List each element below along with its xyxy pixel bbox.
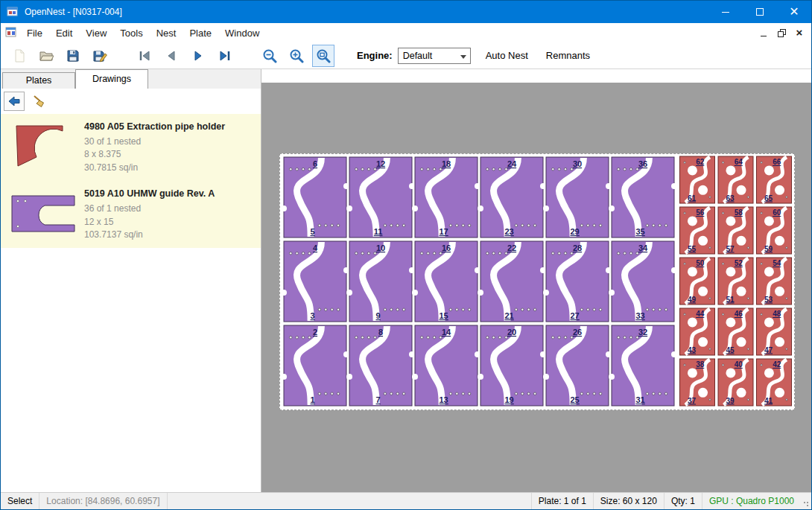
purple-part-pair[interactable]: 3635 (609, 157, 677, 238)
save-as-button[interactable] (89, 45, 111, 67)
nest-canvas[interactable]: 6512111817242330293635431091615222128273… (261, 69, 811, 492)
purple-part-pair[interactable]: 2019 (478, 325, 546, 406)
nest-plate-svg[interactable]: 6512111817242330293635431091615222128273… (280, 154, 794, 409)
status-gpu: GPU : Quadro P1000 (702, 493, 801, 509)
menu-edit[interactable]: Edit (49, 25, 79, 42)
purple-part-pair[interactable]: 3433 (609, 241, 677, 322)
red-part-pair[interactable]: 6463 (718, 156, 753, 203)
menu-window[interactable]: Window (218, 25, 266, 42)
svg-text:23: 23 (505, 227, 514, 236)
app-window: OpenNest - [N0317-004] ✕ File Edit View … (0, 0, 812, 510)
import-drawing-button[interactable] (4, 92, 25, 111)
minimize-button[interactable] (708, 1, 743, 23)
save-as-icon (92, 48, 107, 63)
purple-part-pair[interactable]: 65 (281, 157, 349, 238)
red-part-pair[interactable]: 5251 (718, 258, 753, 305)
svg-text:17: 17 (440, 227, 448, 236)
red-part-pair[interactable]: 4847 (757, 308, 792, 355)
purple-part-pair[interactable]: 2221 (478, 241, 546, 322)
app-icon (7, 6, 19, 18)
close-button[interactable]: ✕ (777, 1, 811, 23)
red-part-pair[interactable]: 3837 (680, 359, 715, 406)
red-part-pair[interactable]: 5857 (718, 207, 753, 254)
drawing-info: 5019 A10 UHMW guide Rev. A 36 of 1 neste… (80, 186, 255, 241)
purple-part-pair[interactable]: 43 (281, 241, 349, 322)
purple-part-pair[interactable]: 2423 (478, 157, 546, 238)
drawing-item-uhmw-guide[interactable]: 5019 A10 UHMW guide Rev. A 36 of 1 neste… (1, 181, 261, 248)
purple-part-pair[interactable]: 2827 (543, 241, 612, 322)
drawing-nested-count: 36 of 1 nested (84, 203, 255, 215)
tab-plates[interactable]: Plates (2, 72, 75, 89)
remnants-button[interactable]: Remnants (543, 47, 593, 64)
navigation-tool-group (133, 45, 241, 67)
open-button[interactable] (35, 45, 57, 67)
drawing-thumbnail-purple-part (7, 186, 80, 241)
plate-sheet[interactable]: 6512111817242330293635431091615222128273… (279, 153, 795, 410)
red-part-pair[interactable]: 6261 (680, 156, 715, 203)
svg-text:35: 35 (636, 227, 645, 236)
zoom-fit-button[interactable] (312, 45, 334, 67)
red-part-pair[interactable]: 5453 (757, 258, 792, 305)
red-part-pair[interactable]: 4443 (680, 308, 715, 355)
purple-part-pair[interactable]: 3231 (609, 325, 677, 406)
menu-file[interactable]: File (20, 25, 49, 42)
status-location: Location: [84.8696, 60.6957] (39, 493, 167, 509)
red-part-pair[interactable]: 6665 (757, 156, 792, 203)
mdi-restore-button[interactable] (773, 25, 790, 40)
main-toolbar: Engine: Default Auto Nest Remnants (1, 42, 811, 69)
drawing-size: 12 x 15 (84, 216, 255, 229)
save-button[interactable] (62, 45, 84, 67)
mdi-close-icon: × (796, 28, 803, 38)
chevron-down-icon (460, 55, 466, 59)
menu-tools[interactable]: Tools (113, 25, 149, 42)
mdi-close-button[interactable]: × (790, 25, 808, 40)
red-part-pair[interactable]: 4039 (718, 359, 753, 406)
tab-drawings[interactable]: Drawings (75, 69, 148, 89)
purple-part-pair[interactable]: 1413 (412, 325, 480, 406)
red-part-pair[interactable]: 6059 (757, 207, 792, 254)
previous-plate-button[interactable] (160, 45, 183, 67)
resize-grip[interactable] (801, 493, 811, 509)
red-part-pair[interactable]: 5049 (680, 258, 715, 305)
menu-nest[interactable]: Nest (150, 25, 183, 42)
svg-text:4: 4 (313, 243, 318, 252)
new-button[interactable] (8, 45, 31, 67)
mdi-minimize-button[interactable] (755, 25, 773, 40)
purple-part-pair[interactable]: 3029 (543, 157, 612, 238)
purple-part-pair[interactable]: 1817 (412, 157, 480, 238)
purple-part-pair[interactable]: 1211 (346, 157, 415, 238)
svg-text:54: 54 (773, 259, 781, 267)
red-part-pair[interactable]: 4241 (757, 359, 792, 406)
svg-text:25: 25 (571, 395, 580, 404)
red-part-pair[interactable]: 5655 (680, 207, 715, 254)
purple-part-pair[interactable]: 21 (281, 325, 349, 406)
svg-text:1: 1 (311, 395, 315, 404)
menu-plate[interactable]: Plate (183, 25, 218, 42)
engine-select[interactable]: Default (398, 48, 471, 64)
auto-nest-button[interactable]: Auto Nest (483, 47, 531, 64)
svg-text:14: 14 (442, 328, 451, 337)
purple-part-pair[interactable]: 1615 (412, 241, 480, 322)
purple-part-pair[interactable]: 87 (346, 325, 415, 406)
red-part-pair[interactable]: 4645 (718, 308, 753, 355)
purple-part-pair[interactable]: 109 (346, 241, 415, 322)
mdi-restore-icon (778, 29, 786, 37)
maximize-button[interactable] (743, 1, 777, 23)
clean-button[interactable] (28, 92, 49, 111)
next-plate-button[interactable] (187, 45, 209, 67)
drawing-area: 103.7137 sq/in (84, 229, 255, 241)
drawing-area: 30.7815 sq/in (84, 162, 255, 174)
next-arrow-icon (191, 49, 205, 63)
drawing-item-extraction-pipe-holder[interactable]: 4980 A05 Extraction pipe holder 30 of 1 … (1, 114, 261, 181)
menu-view[interactable]: View (79, 25, 113, 42)
last-plate-button[interactable] (214, 45, 236, 67)
engine-selected-value: Default (403, 51, 433, 61)
svg-text:50: 50 (696, 259, 705, 267)
drawing-list: 4980 A05 Extraction pipe holder 30 of 1 … (1, 114, 261, 492)
drawing-info: 4980 A05 Extraction pipe holder 30 of 1 … (80, 119, 255, 174)
zoom-in-button[interactable] (285, 45, 308, 67)
svg-text:33: 33 (636, 311, 645, 320)
purple-part-pair[interactable]: 2625 (543, 325, 612, 406)
first-plate-button[interactable] (133, 45, 156, 67)
zoom-out-button[interactable] (258, 45, 281, 67)
